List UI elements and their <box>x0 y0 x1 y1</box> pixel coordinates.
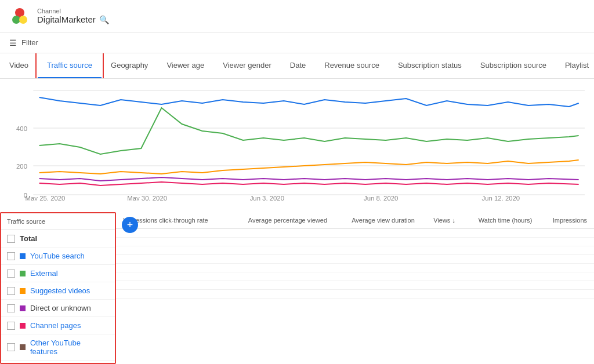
checkbox-youtube-search[interactable] <box>7 252 15 260</box>
channel-logo <box>9 6 30 27</box>
col-header-avg-view-duration[interactable]: Average view duration <box>334 212 422 229</box>
channel-name: DigitalMarketer <box>37 14 96 24</box>
svg-text:Jun 3, 2020: Jun 3, 2020 <box>250 195 284 201</box>
tab-subscription-status[interactable]: Subscription status <box>389 53 471 79</box>
svg-text:Jun 8, 2020: Jun 8, 2020 <box>364 195 398 201</box>
svg-text:May 30, 2020: May 30, 2020 <box>127 195 167 201</box>
svg-text:May 25, 2020: May 25, 2020 <box>26 195 66 201</box>
row-total[interactable]: Total <box>1 230 115 247</box>
checkbox-total[interactable] <box>7 235 15 243</box>
color-direct-unknown <box>20 305 26 311</box>
tab-video[interactable]: Video <box>9 53 38 79</box>
color-suggested-videos <box>20 288 26 294</box>
tab-viewer-gender[interactable]: Viewer gender <box>213 53 281 79</box>
traffic-name-youtube-search: YouTube search <box>30 252 85 260</box>
svg-point-3 <box>19 16 27 24</box>
color-external <box>20 271 26 276</box>
checkbox-other-yt-features[interactable] <box>7 343 15 351</box>
row-direct-unknown[interactable]: Direct or unknown <box>1 300 115 317</box>
svg-text:400: 400 <box>16 125 27 132</box>
tab-playlist[interactable]: Playlist <box>556 53 594 79</box>
traffic-name-direct-unknown: Direct or unknown <box>30 304 91 312</box>
chart-area: 200 400 0 May 25, 2020 May 30, 2020 Jun … <box>0 79 594 212</box>
table-row <box>116 272 594 281</box>
traffic-name-suggested-videos: Suggested videos <box>30 286 90 295</box>
add-column-button[interactable]: + <box>122 217 138 233</box>
tab-revenue-source[interactable]: Revenue source <box>315 53 389 79</box>
header: Channel DigitalMarketer 🔍 <box>0 0 594 32</box>
tabs-bar: Video Traffic source Geography Viewer ag… <box>0 53 594 79</box>
channel-info: Channel DigitalMarketer 🔍 <box>37 8 109 24</box>
tab-date[interactable]: Date <box>281 53 315 79</box>
color-youtube-search <box>20 253 26 259</box>
checkbox-suggested-videos[interactable] <box>7 287 15 295</box>
row-other-yt-features[interactable]: Other YouTube features <box>1 334 115 361</box>
svg-point-2 <box>12 16 20 24</box>
data-table-panel: Impressions click-through rate Average p… <box>116 212 594 364</box>
channel-label: Channel <box>37 8 109 14</box>
row-browse-features[interactable]: Browse features <box>1 361 115 364</box>
color-channel-pages <box>20 323 26 329</box>
filter-bar: ☰ Filter <box>0 32 594 53</box>
checkbox-channel-pages[interactable] <box>7 322 15 330</box>
chart-svg: 200 400 0 May 25, 2020 May 30, 2020 Jun … <box>9 85 585 201</box>
tab-geography[interactable]: Geography <box>102 53 157 79</box>
traffic-name-channel-pages: Channel pages <box>30 321 81 330</box>
col-header-views[interactable]: Views ↓ <box>422 212 462 229</box>
tab-viewer-age[interactable]: Viewer age <box>157 53 213 79</box>
table-row <box>116 246 594 255</box>
row-suggested-videos[interactable]: Suggested videos <box>1 282 115 300</box>
table-container: + Traffic source Total YouTube search Ex… <box>0 212 594 364</box>
traffic-name-other-yt-features: Other YouTube features <box>30 338 109 356</box>
table-row <box>116 264 594 272</box>
views-sort-icon: ↓ <box>452 217 455 224</box>
table-row <box>116 255 594 264</box>
svg-text:200: 200 <box>16 163 27 170</box>
svg-text:Jun 12, 2020: Jun 12, 2020 <box>482 195 520 201</box>
table-row <box>116 238 594 246</box>
tab-traffic-source[interactable]: Traffic source <box>38 53 102 79</box>
tab-subscription-source[interactable]: Subscription source <box>471 53 556 79</box>
table-row <box>116 229 594 238</box>
row-external[interactable]: External <box>1 265 115 282</box>
table-row <box>116 290 594 299</box>
col-header-avg-pct-viewed[interactable]: Average percentage viewed <box>229 212 334 229</box>
filter-icon[interactable]: ☰ <box>9 38 17 48</box>
traffic-source-header: Traffic source <box>1 213 115 230</box>
traffic-name-external: External <box>30 269 58 278</box>
row-channel-pages[interactable]: Channel pages <box>1 317 115 334</box>
col-header-watch-time[interactable]: Watch time (hours) <box>462 212 539 229</box>
filter-label: Filter <box>21 38 38 47</box>
traffic-source-panel: Traffic source Total YouTube search Exte… <box>0 212 116 364</box>
data-table: Impressions click-through rate Average p… <box>116 212 594 299</box>
checkbox-external[interactable] <box>7 270 15 278</box>
channel-search-icon[interactable]: 🔍 <box>99 15 109 24</box>
traffic-name-total: Total <box>20 234 37 243</box>
checkbox-direct-unknown[interactable] <box>7 304 15 312</box>
col-header-impressions[interactable]: Impressions <box>539 212 594 229</box>
row-youtube-search[interactable]: YouTube search <box>1 247 115 265</box>
color-other-yt-features <box>20 344 26 350</box>
table-row <box>116 281 594 290</box>
